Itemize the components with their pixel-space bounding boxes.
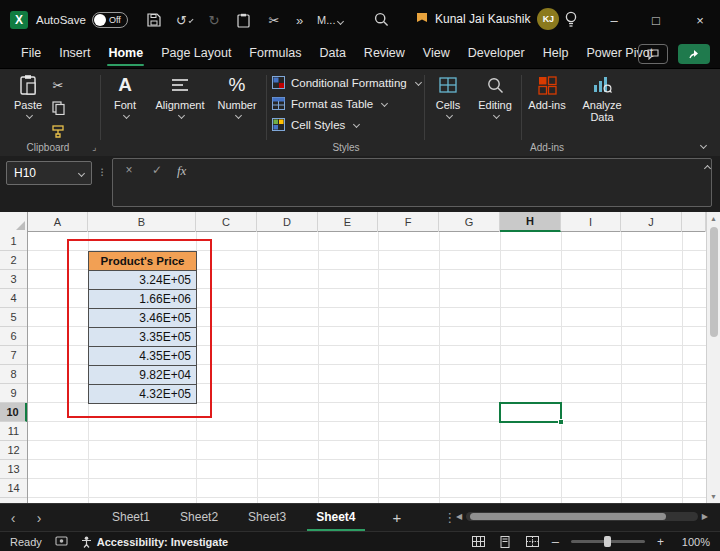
alignment-group-button[interactable]: Alignment xyxy=(152,73,208,118)
row-header-13[interactable]: 13 xyxy=(0,460,27,479)
page-layout-view-icon[interactable] xyxy=(498,535,513,548)
row-header-12[interactable]: 12 xyxy=(0,441,27,460)
name-box[interactable]: H10 xyxy=(6,161,92,185)
row-header-10[interactable]: 10 xyxy=(0,403,27,422)
comments-button[interactable] xyxy=(638,44,668,64)
share-button[interactable] xyxy=(678,44,710,64)
cells-group-button[interactable]: Cells xyxy=(428,73,468,118)
scroll-down-icon[interactable]: ▼ xyxy=(710,490,717,503)
sheet-tab-sheet4[interactable]: Sheet4 xyxy=(301,504,370,532)
column-header-j[interactable]: J xyxy=(621,212,682,232)
enter-formula-icon[interactable]: ✓ xyxy=(149,163,165,177)
conditional-formatting-button[interactable]: Conditional Formatting xyxy=(272,74,421,91)
copy-icon[interactable] xyxy=(50,100,66,116)
column-header-c[interactable]: C xyxy=(196,212,257,232)
row-header-3[interactable]: 3 xyxy=(0,270,27,289)
hscroll-left-icon[interactable]: ◀ xyxy=(456,512,462,521)
qat-more-menu[interactable]: M... xyxy=(317,14,343,26)
scroll-up-icon[interactable]: ▲ xyxy=(710,212,717,225)
sheet-tab-sheet2[interactable]: Sheet2 xyxy=(165,504,233,532)
cut-ribbon-icon[interactable]: ✂ xyxy=(50,77,66,93)
column-header-partial[interactable] xyxy=(682,212,706,232)
insert-function-icon[interactable]: fx xyxy=(177,163,186,179)
formula-input[interactable] xyxy=(198,163,703,202)
tab-data[interactable]: Data xyxy=(310,40,354,68)
zoom-in-icon[interactable]: + xyxy=(657,535,664,549)
hscroll-right-icon[interactable]: ▶ xyxy=(702,512,708,521)
tab-file[interactable]: File xyxy=(12,40,50,68)
row-header-4[interactable]: 4 xyxy=(0,289,27,308)
row-header-7[interactable]: 7 xyxy=(0,346,27,365)
save-icon[interactable] xyxy=(146,12,162,28)
sheet-options-icon[interactable]: ⋮ xyxy=(443,510,456,525)
minimize-button[interactable]: – xyxy=(596,0,632,40)
addins-button[interactable]: Add-ins xyxy=(525,73,569,111)
zoom-slider-thumb[interactable] xyxy=(604,536,611,547)
ribbon-collapse-icon[interactable] xyxy=(700,142,707,149)
clipboard-dialog-launcher-icon[interactable]: ⌟ xyxy=(92,142,96,152)
add-sheet-button[interactable]: + xyxy=(393,509,402,526)
horizontal-scrollbar[interactable]: ◀ ▶ xyxy=(456,512,708,521)
normal-view-icon[interactable] xyxy=(471,535,486,548)
close-button[interactable]: × xyxy=(682,0,718,40)
sheet-tab-sheet1[interactable]: Sheet1 xyxy=(97,504,165,532)
sheet-tab-sheet3[interactable]: Sheet3 xyxy=(233,504,301,532)
page-break-view-icon[interactable] xyxy=(525,535,540,548)
analyze-data-button[interactable]: Analyze Data xyxy=(576,73,628,123)
column-header-f[interactable]: F xyxy=(378,212,439,232)
column-header-i[interactable]: I xyxy=(561,212,621,232)
lightbulb-icon[interactable] xyxy=(564,11,578,28)
selected-cell-h10[interactable] xyxy=(499,402,562,423)
row-header-8[interactable]: 8 xyxy=(0,365,27,384)
column-header-e[interactable]: E xyxy=(318,212,378,232)
row-header-1[interactable]: 1 xyxy=(0,232,27,251)
row-header-11[interactable]: 11 xyxy=(0,422,27,441)
autosave-toggle[interactable]: Off xyxy=(92,12,128,28)
tab-view[interactable]: View xyxy=(414,40,459,68)
format-painter-icon[interactable] xyxy=(50,123,66,139)
search-icon[interactable] xyxy=(374,12,389,27)
zoom-out-icon[interactable]: – xyxy=(552,534,559,549)
zoom-slider[interactable] xyxy=(571,540,645,543)
column-header-g[interactable]: G xyxy=(439,212,500,232)
fill-handle[interactable] xyxy=(558,419,564,425)
row-header-14[interactable]: 14 xyxy=(0,479,27,498)
account-area[interactable]: Kunal Jai Kaushik KJ xyxy=(416,8,559,30)
maximize-button[interactable]: □ xyxy=(638,0,674,40)
sheet-nav-left-icon[interactable]: ‹ xyxy=(0,510,26,526)
row-header-9[interactable]: 9 xyxy=(0,384,27,403)
undo-icon[interactable]: ↺ xyxy=(176,12,192,28)
tab-home[interactable]: Home xyxy=(99,40,152,68)
tab-formulas[interactable]: Formulas xyxy=(240,40,310,68)
sheet-nav-right-icon[interactable]: › xyxy=(26,510,52,526)
row-header-2[interactable]: 2 xyxy=(0,251,27,270)
number-group-button[interactable]: % Number xyxy=(211,73,263,118)
column-header-d[interactable]: D xyxy=(257,212,318,232)
cancel-formula-icon[interactable]: × xyxy=(121,163,137,177)
vertical-scroll-thumb[interactable] xyxy=(710,227,718,337)
horizontal-scroll-thumb[interactable] xyxy=(470,513,666,520)
hscroll-track[interactable] xyxy=(466,512,698,521)
format-as-table-button[interactable]: Format as Table xyxy=(272,95,421,112)
vertical-scrollbar[interactable]: ▲ ▼ xyxy=(706,212,720,503)
select-all-corner[interactable] xyxy=(0,212,28,232)
row-header-6[interactable]: 6 xyxy=(0,327,27,346)
font-group-button[interactable]: A Font xyxy=(104,73,146,118)
tab-developer[interactable]: Developer xyxy=(459,40,534,68)
autosave-control[interactable]: AutoSave Off xyxy=(36,12,128,28)
column-header-h[interactable]: H xyxy=(500,212,561,232)
tab-review[interactable]: Review xyxy=(355,40,414,68)
qat-overflow-icon[interactable]: » xyxy=(296,13,303,28)
excel-logo-icon[interactable]: X xyxy=(10,11,28,29)
macro-record-icon[interactable] xyxy=(54,535,69,548)
accessibility-status[interactable]: Accessibility: Investigate xyxy=(81,536,228,548)
cut-icon[interactable]: ✂ xyxy=(266,12,282,28)
cell-styles-button[interactable]: Cell Styles xyxy=(272,116,421,133)
avatar[interactable]: KJ xyxy=(537,8,559,30)
tab-help[interactable]: Help xyxy=(534,40,578,68)
zoom-level[interactable]: 100% xyxy=(676,536,710,548)
row-header-5[interactable]: 5 xyxy=(0,308,27,327)
editing-group-button[interactable]: Editing xyxy=(472,73,518,118)
paste-button[interactable]: Paste xyxy=(8,73,48,118)
column-header-a[interactable]: A xyxy=(28,212,88,232)
